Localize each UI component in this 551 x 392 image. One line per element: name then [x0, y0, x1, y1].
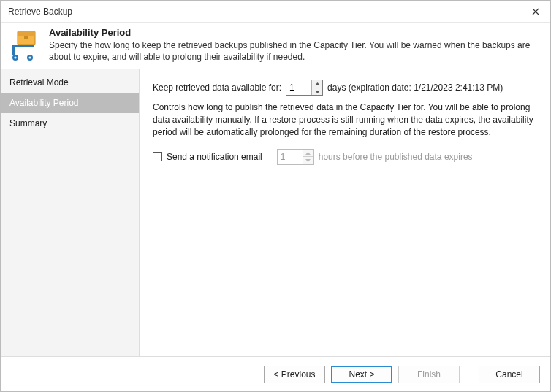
spinner-up [303, 150, 314, 158]
header-text: Availability Period Specify the how long… [49, 27, 543, 63]
keep-data-suffix: days (expiration date: 1/21/2023 2:41:13… [327, 82, 503, 93]
svg-rect-2 [24, 36, 28, 39]
spinner-up[interactable] [312, 80, 322, 88]
wizard-header: Availability Period Specify the how long… [1, 23, 550, 69]
dialog-window: Retrieve Backup Availability Period Spec… [0, 0, 551, 392]
notify-suffix: hours before the published data expires [319, 152, 473, 162]
notify-hours-input [278, 150, 303, 164]
svg-point-8 [28, 56, 31, 58]
sidebar-item-label: Summary [10, 118, 47, 128]
spinner-arrows [303, 150, 314, 164]
next-button[interactable]: Next > [331, 366, 392, 383]
sidebar-item-label: Retrieval Mode [10, 77, 69, 88]
sidebar-item-availability-period[interactable]: Availability Period [1, 93, 139, 113]
spinner-down [303, 157, 314, 164]
spinner-arrows [311, 80, 322, 95]
keep-days-input[interactable] [286, 80, 311, 95]
window-title: Retrieve Backup [8, 7, 521, 17]
sidebar-item-summary[interactable]: Summary [1, 113, 139, 134]
retrieve-backup-icon [8, 28, 42, 62]
chevron-up-icon [305, 152, 311, 155]
keep-data-row: Keep retrieved data available for: days … [153, 80, 537, 96]
wizard-content: Keep retrieved data available for: days … [140, 69, 550, 356]
sidebar-item-retrieval-mode[interactable]: Retrieval Mode [1, 72, 139, 93]
finish-button: Finish [398, 366, 460, 383]
sidebar-item-label: Availability Period [10, 98, 79, 108]
notify-hours-spinner [277, 149, 314, 165]
keep-days-spinner[interactable] [286, 80, 323, 96]
titlebar: Retrieve Backup [1, 1, 550, 23]
close-icon [532, 8, 539, 15]
wizard-body: Retrieval Mode Availability Period Summa… [1, 69, 550, 356]
header-description: Specify the how long to keep the retriev… [49, 39, 543, 63]
svg-rect-1 [18, 31, 35, 36]
controls-description: Controls how long to publish the retriev… [153, 101, 537, 138]
chevron-down-icon [305, 159, 311, 162]
wizard-footer: < Previous Next > Finish Cancel [1, 356, 550, 391]
close-button[interactable] [521, 1, 550, 23]
keep-data-label: Keep retrieved data available for: [153, 82, 281, 93]
header-title: Availability Period [49, 27, 543, 38]
notify-checkbox[interactable] [153, 152, 162, 161]
svg-point-6 [14, 56, 16, 58]
previous-button[interactable]: < Previous [264, 366, 325, 383]
svg-rect-4 [12, 45, 34, 47]
notify-label[interactable]: Send a notification email [167, 152, 262, 162]
spinner-down[interactable] [312, 88, 322, 96]
wizard-sidebar: Retrieval Mode Availability Period Summa… [1, 69, 140, 356]
cancel-button[interactable]: Cancel [479, 366, 540, 383]
chevron-down-icon [315, 91, 320, 93]
notify-row: Send a notification email hours before t… [153, 149, 537, 165]
chevron-up-icon [315, 82, 320, 85]
